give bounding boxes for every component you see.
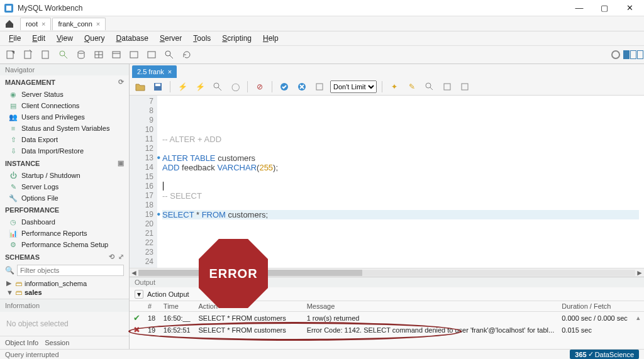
navigator-panel: Navigator MANAGEMENT ⟳ ◉Server Status ▤C…: [0, 64, 130, 349]
create-view-icon[interactable]: [109, 48, 123, 62]
svg-point-7: [78, 51, 84, 53]
schema-information-schema[interactable]: ▶ 🗃 information_schema: [6, 279, 129, 288]
connections-icon: ▤: [9, 101, 18, 110]
nav-client-connections[interactable]: ▤Client Connections: [0, 100, 129, 111]
home-icon[interactable]: [3, 17, 16, 31]
create-table-icon[interactable]: [92, 48, 106, 62]
close-icon[interactable]: ×: [168, 68, 172, 75]
schema-sales[interactable]: ▼ 🗃 sales: [6, 288, 129, 297]
close-icon[interactable]: ×: [42, 20, 45, 28]
nav-perf-reports[interactable]: 📊Performance Reports: [0, 228, 129, 239]
panel-toggle-icon[interactable]: [626, 48, 640, 62]
horizontal-scrollbar[interactable]: ◄ ►: [130, 268, 644, 277]
vars-icon: ≡: [9, 124, 18, 133]
scroll-right-icon[interactable]: ►: [635, 268, 644, 277]
nav-perf-schema[interactable]: ⚙Performance Schema Setup: [0, 239, 129, 250]
scrollbar-thumb[interactable]: [138, 270, 362, 276]
beautify-icon[interactable]: ✦: [387, 80, 401, 94]
toggle-ws-icon[interactable]: ✎: [405, 80, 419, 94]
menu-database[interactable]: Database: [111, 33, 153, 44]
sql-tab-active[interactable]: 2.5 frank ×: [132, 65, 177, 78]
menu-view[interactable]: View: [52, 33, 78, 44]
open-file-icon[interactable]: [133, 80, 147, 94]
information-header: Information: [0, 299, 129, 312]
create-func-icon[interactable]: [145, 48, 158, 62]
settings-icon[interactable]: [609, 48, 623, 62]
new-sql-tab-icon[interactable]: [4, 48, 18, 62]
limit-select[interactable]: Don't Limit: [330, 80, 377, 93]
nav-users-privileges[interactable]: 👥Users and Privileges: [0, 111, 129, 123]
sql-editor[interactable]: 7891011121314151617181920212223242526 --…: [130, 96, 644, 268]
output-dropdown-label[interactable]: Action Output: [147, 290, 189, 298]
output-dropdown-icon[interactable]: ▾: [135, 290, 143, 299]
find-icon[interactable]: [423, 80, 436, 94]
svg-line-16: [170, 55, 173, 58]
nav-startup-shutdown[interactable]: ⏻Startup / Shutdown: [0, 170, 129, 181]
svg-rect-2: [7, 51, 13, 58]
execute-cursor-icon[interactable]: ⚡: [193, 80, 207, 94]
output-row[interactable]: ✖1916:52:51SELECT * FROM customersError …: [130, 324, 644, 336]
autocommit-off-icon[interactable]: [295, 80, 309, 94]
nav-data-export[interactable]: ⇧Data Export: [0, 134, 129, 145]
nav-status-variables[interactable]: ≡Status and System Variables: [0, 123, 129, 134]
svg-point-19: [214, 83, 219, 88]
save-file-icon[interactable]: [151, 80, 165, 94]
limit-icon[interactable]: [313, 80, 326, 94]
menu-help[interactable]: Help: [258, 33, 284, 44]
import-icon: ⇩: [9, 146, 18, 155]
menu-edit[interactable]: Edit: [27, 33, 50, 44]
open-script-icon[interactable]: [39, 48, 53, 62]
open-sql-icon[interactable]: [21, 48, 35, 62]
main-toolbar: [0, 45, 644, 64]
snippets-icon[interactable]: [458, 80, 472, 94]
schemas-header: SCHEMAS: [5, 253, 40, 261]
tab-object-info[interactable]: Object Info: [5, 339, 38, 346]
maximize-button[interactable]: ▢: [597, 1, 611, 15]
col-message: Message: [303, 301, 558, 312]
svg-rect-14: [148, 52, 155, 58]
connection-tab-frank[interactable]: frank_conn ×: [52, 18, 106, 30]
collapse-icon[interactable]: ▼: [6, 289, 13, 296]
schema-refresh-icon[interactable]: ⟲: [109, 253, 114, 261]
reconnect-icon[interactable]: [180, 48, 194, 62]
search-icon[interactable]: [162, 48, 176, 62]
minimize-button[interactable]: —: [572, 1, 586, 15]
create-proc-icon[interactable]: [127, 48, 141, 62]
create-schema-icon[interactable]: [74, 48, 88, 62]
nav-dashboard[interactable]: ◷Dashboard: [0, 216, 129, 228]
expand-icon[interactable]: ▶: [6, 279, 13, 287]
output-row[interactable]: ✔1816:50:__SELECT * FROM customers1 row(…: [130, 312, 644, 324]
connection-tab-root[interactable]: root ×: [20, 18, 51, 30]
refresh-icon[interactable]: ⟳: [118, 78, 124, 86]
menu-server[interactable]: Server: [155, 33, 187, 44]
output-header: Output: [135, 279, 155, 286]
commit-icon[interactable]: ⊘: [253, 80, 267, 94]
nav-options-file[interactable]: 🔧Options File: [0, 192, 129, 204]
menu-tools[interactable]: Tools: [188, 33, 216, 44]
menu-scripting[interactable]: Scripting: [217, 33, 257, 44]
menu-query[interactable]: Query: [79, 33, 110, 44]
nav-server-status[interactable]: ◉Server Status: [0, 89, 129, 100]
close-icon[interactable]: ×: [96, 20, 100, 28]
svg-rect-26: [444, 84, 450, 90]
schema-filter-input[interactable]: [17, 265, 124, 276]
menu-file[interactable]: File: [4, 33, 26, 44]
wrap-icon[interactable]: [440, 80, 454, 94]
svg-rect-23: [316, 84, 323, 90]
stop-icon[interactable]: ◯: [228, 80, 242, 94]
close-button[interactable]: ✕: [623, 1, 636, 15]
schema-expand-icon[interactable]: ⤢: [118, 253, 124, 261]
svg-line-20: [218, 87, 221, 91]
inspector-icon[interactable]: [57, 48, 70, 62]
svg-rect-4: [42, 51, 48, 58]
output-table: # Time Action Message Duration / Fetch ✔…: [130, 301, 644, 336]
nav-data-import[interactable]: ⇩Data Import/Restore: [0, 145, 129, 157]
explain-icon[interactable]: [211, 80, 225, 94]
code-area[interactable]: -- ALTER + ADDALTER TABLE customersADD f…: [157, 96, 644, 268]
tab-session[interactable]: Session: [45, 339, 69, 346]
autocommit-on-icon[interactable]: [277, 80, 291, 94]
instance-icon[interactable]: ▣: [118, 159, 124, 167]
execute-icon[interactable]: ⚡: [175, 80, 189, 94]
nav-server-logs[interactable]: ✎Server Logs: [0, 181, 129, 192]
scroll-left-icon[interactable]: ◄: [130, 268, 138, 277]
